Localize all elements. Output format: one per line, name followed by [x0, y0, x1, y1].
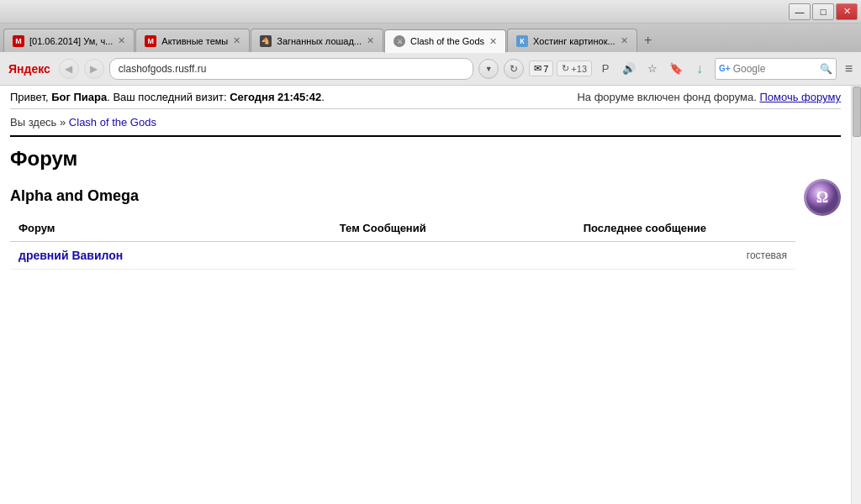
- page-inner: Привет, Бог Пиара. Ваш последний визит: …: [0, 86, 851, 504]
- col-last: Последнее сообщение: [494, 215, 795, 242]
- search-box: G+ 🔍: [715, 58, 837, 80]
- dropdown-button[interactable]: ▼: [478, 59, 499, 79]
- fund-link[interactable]: Помочь форуму: [759, 91, 841, 103]
- tab-favicon-2: М: [145, 35, 156, 47]
- tab-close-3[interactable]: ✕: [367, 35, 374, 46]
- visit-time: Сегодня 21:45:42: [230, 91, 321, 103]
- tab-label-5: Хостинг картинок...: [533, 36, 615, 46]
- minimize-button[interactable]: —: [789, 3, 811, 20]
- fund-text: На форуме включен фонд форума.: [577, 91, 759, 103]
- tab-favicon-4: ⚔: [394, 35, 405, 47]
- tab-close-4[interactable]: ✕: [489, 36, 497, 47]
- welcome-text: Привет, Бог Пиара. Ваш последний визит: …: [10, 91, 325, 103]
- forum-table: Форум Тем Сообщений Последнее сообщение …: [10, 215, 795, 270]
- tab-5[interactable]: К Хостинг картинок... ✕: [507, 29, 637, 52]
- scrollbar[interactable]: [851, 86, 861, 504]
- tab-label-3: Загнанных лошад...: [277, 36, 362, 46]
- tab-close-5[interactable]: ✕: [621, 35, 628, 46]
- window-controls: — □ ✕: [789, 3, 858, 20]
- forum-title: Форум: [10, 147, 841, 171]
- toolbar-icons: ✉ 7 ↻ +13 P 🔊 ☆ 🔖 ↓: [529, 59, 710, 79]
- maximize-button[interactable]: □: [812, 3, 834, 20]
- star-button[interactable]: ☆: [642, 59, 663, 79]
- tab-label-2: Активные темы: [161, 36, 228, 46]
- close-button[interactable]: ✕: [836, 3, 858, 20]
- last-post-text: гостевая: [747, 249, 787, 261]
- breadcrumb-separator: »: [56, 116, 68, 129]
- page-content: Привет, Бог Пиара. Ваш последний визит: …: [0, 86, 861, 504]
- mail-count: 7: [543, 64, 548, 74]
- address-bar-row: Яндекс ◀ ▶ ▼ ↻ ✉ 7 ↻ +13 P 🔊 ☆ 🔖 ↓ G+ 🔍: [0, 52, 861, 86]
- title-bar: — □ ✕: [0, 0, 861, 24]
- section-title: Alpha and Omega: [10, 187, 795, 205]
- table-row: древний Вавилон гостевая: [10, 242, 795, 270]
- search-icon[interactable]: 🔍: [820, 63, 832, 75]
- topics-cell: [272, 242, 494, 270]
- new-tab-button[interactable]: +: [638, 30, 658, 50]
- col-topics: Тем Сообщений: [272, 215, 494, 242]
- forum-fund: На форуме включен фонд форума. Помочь фо…: [577, 91, 841, 103]
- tab-favicon-5: К: [516, 35, 528, 47]
- tab-4[interactable]: ⚔ Clash of the Gods ✕: [384, 29, 506, 53]
- breadcrumb: Вы здесь » Clash of the Gods: [10, 109, 841, 137]
- refresh-count-icon: ↻: [562, 63, 569, 74]
- mail-icon: ✉: [534, 63, 541, 74]
- download-button[interactable]: ↓: [689, 59, 710, 79]
- tab-bar: М [01.06.2014] Ум, ч... ✕ М Активные тем…: [0, 24, 861, 52]
- tab-favicon-1: М: [13, 35, 24, 47]
- tab-label-1: [01.06.2014] Ум, ч...: [29, 36, 113, 46]
- svg-text:Ω: Ω: [816, 189, 828, 206]
- yandex-logo: Яндекс: [5, 62, 54, 76]
- bookmark-button[interactable]: 🔖: [666, 59, 686, 79]
- username-text: Бог Пиара: [51, 91, 107, 103]
- menu-button[interactable]: ≡: [842, 61, 856, 76]
- google-logo: G+: [719, 64, 731, 73]
- mail-button[interactable]: ✉ 7: [529, 60, 553, 76]
- tab-close-1[interactable]: ✕: [118, 35, 125, 46]
- forum-link[interactable]: древний Вавилон: [18, 249, 123, 262]
- tab-2[interactable]: М Активные темы ✕: [135, 29, 250, 52]
- visit-text: . Ваш последний визит:: [107, 91, 230, 103]
- volume-button[interactable]: 🔊: [619, 59, 639, 79]
- refresh-count-button[interactable]: ↻ +13: [557, 60, 592, 76]
- tab-favicon-3: 🐴: [260, 35, 272, 47]
- tab-1[interactable]: М [01.06.2014] Ум, ч... ✕: [3, 29, 135, 52]
- greeting-text: Привет,: [10, 91, 51, 103]
- scrollbar-thumb[interactable]: [853, 87, 861, 137]
- last-post-cell: гостевая: [494, 242, 795, 270]
- tab-3[interactable]: 🐴 Загнанных лошад... ✕: [251, 29, 383, 52]
- breadcrumb-current[interactable]: Clash of the Gods: [69, 116, 156, 129]
- breadcrumb-home: Вы здесь: [10, 116, 56, 129]
- refresh-count: +13: [571, 64, 587, 74]
- rss-button[interactable]: P: [595, 59, 615, 79]
- col-forum: Форум: [10, 215, 272, 242]
- welcome-bar: Привет, Бог Пиара. Ваш последний визит: …: [10, 86, 841, 109]
- forum-cell: древний Вавилон: [10, 242, 272, 270]
- forward-button[interactable]: ▶: [84, 59, 104, 79]
- omega-icon: Ω: [804, 179, 841, 216]
- back-button[interactable]: ◀: [59, 59, 79, 79]
- tab-label-4: Clash of the Gods: [410, 36, 484, 46]
- tab-close-2[interactable]: ✕: [233, 35, 240, 46]
- address-input[interactable]: [109, 58, 473, 80]
- omega-icon-area: Ω: [804, 179, 841, 216]
- refresh-button[interactable]: ↻: [504, 59, 524, 79]
- search-input[interactable]: [733, 63, 817, 75]
